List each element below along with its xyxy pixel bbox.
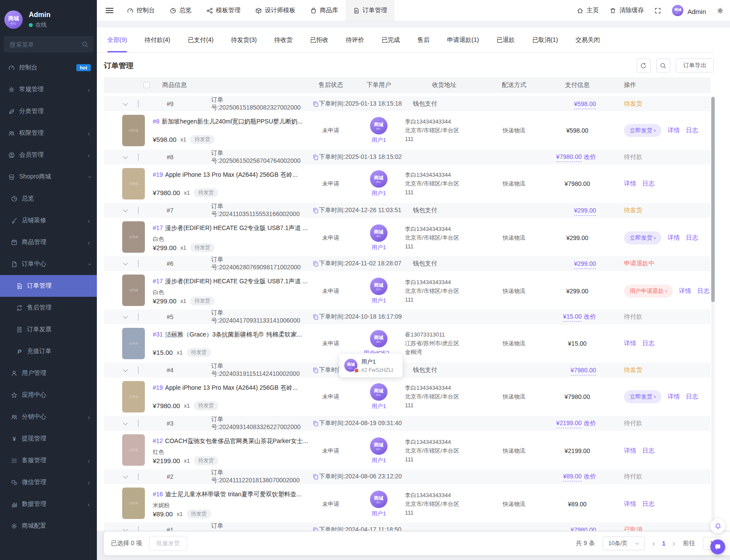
nav-action-清除缓存[interactable]: 清除缓存	[610, 7, 644, 14]
detail-link[interactable]: 详情	[679, 287, 691, 295]
buyer-name-link[interactable]: 用户1	[371, 510, 386, 518]
sidebar-item-客服管理[interactable]: 客服管理‹	[0, 450, 97, 471]
nav-tab-控制台[interactable]: 控制台	[120, 0, 162, 21]
amount-value[interactable]: ¥7980.00	[571, 367, 596, 375]
status-tab-待付款(4)[interactable]: 待付款(4)	[144, 27, 170, 52]
expand-row-button[interactable]	[104, 368, 138, 372]
status-tab-已退款[interactable]: 已退款	[497, 27, 515, 52]
next-page-button[interactable]: ›	[672, 539, 675, 547]
page-number[interactable]: 1	[662, 540, 665, 547]
status-tab-申请退款(1)[interactable]: 申请退款(1)	[447, 27, 479, 52]
detail-link[interactable]: 详情	[624, 180, 636, 188]
product-title[interactable]: #17漫步者(EDIFIER) HECATE G2专业版 USB7.1声道 ..…	[153, 278, 308, 285]
log-link[interactable]: 日志	[642, 447, 655, 455]
status-tab-已拒收[interactable]: 已拒收	[310, 27, 329, 52]
status-tab-已完成[interactable]: 已完成	[382, 27, 400, 52]
product-id-link[interactable]: #8	[153, 118, 160, 125]
product-title[interactable]: #31洁丽雅（Grace）3条抗菌新疆棉毛巾 纯棉柔软家...	[153, 331, 302, 339]
status-tab-已支付(4)[interactable]: 已支付(4)	[188, 27, 213, 52]
row-checkbox[interactable]	[138, 260, 139, 268]
amount-value[interactable]: ¥89.00	[563, 473, 582, 481]
row-checkbox[interactable]	[138, 153, 139, 161]
change-price-link[interactable]: 改价	[584, 419, 596, 426]
sidebar-item-分销中心[interactable]: 分销中心‹	[0, 406, 97, 428]
row-checkbox[interactable]	[138, 313, 139, 321]
sidebar-item-常规管理[interactable]: 常规管理‹	[0, 79, 97, 100]
product-id-link[interactable]: #16	[153, 491, 163, 498]
expand-row-button[interactable]	[104, 262, 138, 265]
sidebar-item-Shopro商城[interactable]: Shopro商城‹	[0, 166, 97, 188]
status-tab-待发货(3)[interactable]: 待发货(3)	[231, 27, 257, 52]
export-orders-button[interactable]: 订单导出	[676, 58, 714, 72]
product-id-link[interactable]: #31	[153, 331, 163, 338]
expand-row-button[interactable]	[104, 422, 138, 425]
expand-row-button[interactable]	[104, 102, 138, 106]
sidebar-item-总览[interactable]: 总览	[0, 188, 97, 210]
product-thumbnail[interactable]	[122, 168, 145, 199]
ship-now-button[interactable]: 立即发货 ›	[624, 124, 661, 137]
search-input[interactable]	[9, 41, 78, 48]
sidebar-search[interactable]	[3, 36, 93, 52]
product-thumbnail[interactable]	[122, 275, 145, 306]
change-price-link[interactable]: 改价	[584, 153, 596, 160]
user-menu[interactable]: 商城· B2C ·Admin	[672, 5, 706, 16]
log-link[interactable]: 日志	[642, 340, 655, 347]
fullscreen-button[interactable]	[655, 7, 661, 14]
search-button[interactable]	[656, 58, 670, 72]
scrollbar-thumb[interactable]	[711, 97, 715, 302]
status-tab-全部(9)[interactable]: 全部(9)	[107, 27, 127, 52]
nav-tab-订单管理[interactable]: 订单管理	[346, 0, 394, 21]
page-size-select[interactable]: 10条/页	[603, 536, 644, 550]
change-price-link[interactable]: 改价	[584, 313, 596, 320]
expand-row-button[interactable]	[104, 155, 138, 159]
status-tab-交易关闭[interactable]: 交易关闭	[576, 27, 600, 52]
buyer-avatar[interactable]: 商城· B2C ·	[370, 330, 387, 347]
amount-value[interactable]: ¥7980.00	[556, 153, 582, 162]
sidebar-item-微信管理[interactable]: 微信管理‹	[0, 471, 97, 493]
status-tab-售后[interactable]: 售后	[418, 27, 430, 52]
log-link[interactable]: 日志	[686, 234, 698, 242]
amount-value[interactable]: ¥598.00	[574, 100, 596, 109]
select-all-checkbox[interactable]	[144, 82, 150, 88]
row-checkbox[interactable]	[138, 206, 139, 214]
ship-now-button[interactable]: 立即发货 ›	[624, 390, 661, 403]
product-thumbnail[interactable]	[122, 434, 145, 466]
avatar[interactable]: 商城 · B2C ·	[4, 10, 23, 29]
buyer-name-link[interactable]: 用户1	[371, 244, 386, 251]
product-thumbnail[interactable]	[122, 221, 145, 253]
product-thumbnail[interactable]	[122, 115, 145, 146]
amount-value[interactable]: ¥299.00	[574, 260, 596, 269]
product-title[interactable]: #17漫步者(EDIFIER) HECATE G2专业版 USB7.1声道 ..…	[153, 224, 308, 232]
status-tab-待评价[interactable]: 待评价	[346, 27, 364, 52]
status-tab-已取消(1)[interactable]: 已取消(1)	[532, 27, 558, 52]
product-title[interactable]: #19Apple iPhone 13 Pro Max (A2644) 256GB…	[153, 384, 298, 392]
sidebar-item-提现管理[interactable]: ¥提现管理	[0, 428, 97, 450]
sidebar-item-数据管理[interactable]: 数据管理‹	[0, 493, 97, 515]
buyer-name-link[interactable]: 用户1	[371, 136, 386, 144]
log-link[interactable]: 日志	[686, 127, 698, 134]
amount-value[interactable]: ¥15.00	[563, 313, 582, 322]
refund-request-button[interactable]: 用户申请退款 ›	[624, 285, 673, 298]
product-id-link[interactable]: #17	[153, 224, 163, 231]
nav-tab-设计师模板[interactable]: 设计师模板	[248, 0, 303, 21]
log-link[interactable]: 日志	[686, 393, 698, 401]
log-link[interactable]: 日志	[642, 180, 655, 188]
detail-link[interactable]: 详情	[668, 393, 680, 401]
expand-row-button[interactable]	[104, 209, 138, 212]
nav-tab-商品库[interactable]: 商品库	[303, 0, 346, 21]
row-checkbox[interactable]	[138, 100, 139, 108]
product-thumbnail[interactable]	[122, 381, 145, 412]
sidebar-item-用户管理[interactable]: 用户管理	[0, 362, 97, 384]
product-thumbnail[interactable]	[122, 488, 145, 519]
sidebar-item-订单管理[interactable]: 订单管理	[0, 275, 97, 297]
prev-page-button[interactable]: ‹	[652, 539, 655, 547]
buyer-avatar[interactable]: 商城· B2C ·	[370, 117, 387, 134]
sidebar-item-权限管理[interactable]: 权限管理‹	[0, 122, 97, 144]
amount-value[interactable]: ¥2199.00	[556, 419, 582, 428]
buyer-avatar[interactable]: 商城· B2C ·	[370, 383, 387, 401]
sidebar-item-订单发票[interactable]: 订单发票	[0, 319, 97, 340]
batch-ship-button[interactable]: 批量发货	[149, 536, 187, 551]
product-thumbnail[interactable]	[122, 328, 145, 359]
buyer-name-link[interactable]: 用户1	[371, 457, 386, 464]
ship-now-button[interactable]: 立即发货 ›	[624, 231, 661, 244]
